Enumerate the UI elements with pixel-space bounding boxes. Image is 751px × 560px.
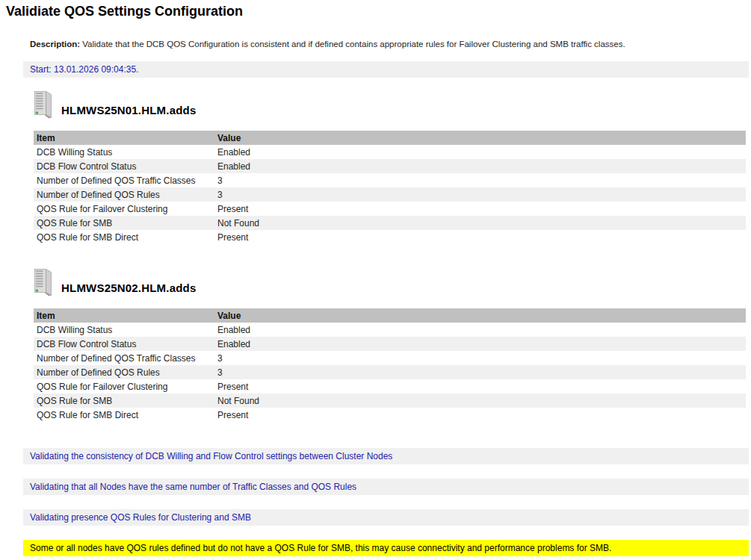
table-row: QOS Rule for SMBNot Found [34, 216, 746, 230]
node-name: HLMWS25N02.HLM.adds [61, 281, 197, 294]
item-cell: QOS Rule for SMB [34, 216, 214, 230]
value-cell: Present [214, 202, 746, 216]
description-text: Validate that the DCB QOS Configuration … [80, 40, 625, 49]
page-title: Validiate QOS Settings Configuration [6, 4, 751, 19]
value-cell: Not Found [214, 393, 746, 408]
table-row: DCB Flow Control StatusEnabled [34, 159, 746, 173]
item-cell: QOS Rule for SMB Direct [34, 408, 214, 422]
value-cell: 3 [214, 173, 746, 187]
warning-bar: Some or all nodes have QOS rules defined… [23, 540, 749, 556]
node-header-2: HLMWS25N02.HLM.adds [34, 268, 751, 296]
table-row: QOS Rule for SMBNot Found [34, 393, 746, 408]
server-icon [34, 268, 55, 296]
value-cell: 3 [214, 365, 746, 379]
status-message-text: Validating presence QOS Rules for Cluste… [30, 512, 251, 523]
table-row: Number of Defined QOS Rules3 [34, 187, 746, 202]
description-label: Description: [30, 40, 80, 49]
table-row: DCB Willing StatusEnabled [34, 145, 746, 159]
table-row: QOS Rule for Failover ClusteringPresent [34, 202, 746, 216]
value-cell: Present [214, 408, 746, 422]
column-header-item: Item [34, 131, 214, 145]
item-cell: QOS Rule for SMB [34, 393, 214, 408]
status-message-bar: Validating that all Nodes have the same … [23, 479, 749, 495]
table-row: QOS Rule for Failover ClusteringPresent [34, 379, 746, 393]
status-messages: Validating the consistency of DCB Willin… [0, 448, 751, 526]
item-cell: DCB Flow Control Status [34, 337, 214, 351]
value-cell: 3 [214, 351, 746, 365]
status-message-text: Validating that all Nodes have the same … [30, 482, 356, 492]
qos-results-table-1: Item Value DCB Willing StatusEnabled DCB… [34, 131, 746, 244]
status-message-text: Validating the consistency of DCB Willin… [30, 451, 392, 461]
qos-results-table-2: Item Value DCB Willing StatusEnabled DCB… [34, 308, 746, 422]
value-cell: Enabled [214, 145, 746, 159]
table-header-row: Item Value [34, 308, 746, 323]
value-cell: Enabled [214, 159, 746, 173]
value-cell: Enabled [214, 337, 746, 351]
item-cell: Number of Defined QOS Rules [34, 187, 214, 202]
table-row: QOS Rule for SMB DirectPresent [34, 408, 746, 422]
item-cell: DCB Flow Control Status [34, 159, 214, 173]
column-header-value: Value [214, 308, 746, 323]
status-message-bar: Validating the consistency of DCB Willin… [23, 448, 749, 464]
value-cell: Present [214, 230, 746, 244]
item-cell: QOS Rule for Failover Clustering [34, 202, 214, 216]
value-cell: Not Found [214, 216, 746, 230]
item-cell: Number of Defined QOS Traffic Classes [34, 173, 214, 187]
table-row: Number of Defined QOS Rules3 [34, 365, 746, 379]
item-cell: QOS Rule for Failover Clustering [34, 379, 214, 393]
item-cell: Number of Defined QOS Rules [34, 365, 214, 379]
column-header-item: Item [34, 308, 214, 323]
table-row: Number of Defined QOS Traffic Classes3 [34, 173, 746, 187]
column-header-value: Value [214, 131, 746, 145]
item-cell: DCB Willing Status [34, 323, 214, 337]
value-cell: Enabled [214, 323, 746, 337]
item-cell: DCB Willing Status [34, 145, 214, 159]
item-cell: QOS Rule for SMB Direct [34, 230, 214, 244]
value-cell: Present [214, 379, 746, 393]
table-header-row: Item Value [34, 131, 746, 145]
node-header-1: HLMWS25N01.HLM.adds [34, 90, 751, 119]
report-page: Validiate QOS Settings Configuration Des… [0, 4, 751, 556]
table-row: Number of Defined QOS Traffic Classes3 [34, 351, 746, 365]
node-name: HLMWS25N01.HLM.adds [61, 104, 197, 116]
status-message-bar: Validating presence QOS Rules for Cluste… [23, 509, 749, 526]
start-time-text: Start: 13.01.2026 09:04:35. [30, 64, 138, 75]
item-cell: Number of Defined QOS Traffic Classes [34, 351, 214, 365]
start-time-bar: Start: 13.01.2026 09:04:35. [23, 61, 749, 78]
server-icon [34, 90, 55, 119]
table-row: DCB Flow Control StatusEnabled [34, 337, 746, 351]
table-row: DCB Willing StatusEnabled [34, 323, 746, 337]
warning-message-text: Some or all nodes have QOS rules defined… [30, 543, 611, 553]
table-row: QOS Rule for SMB DirectPresent [34, 230, 746, 244]
description: Description: Validate that the DCB QOS C… [30, 39, 751, 50]
value-cell: 3 [214, 187, 746, 202]
